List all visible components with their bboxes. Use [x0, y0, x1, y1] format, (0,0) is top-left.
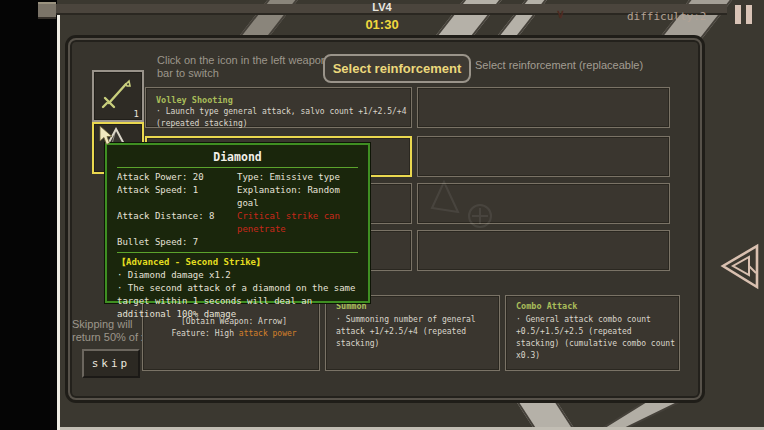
tooltip-title: Diamond: [117, 151, 358, 164]
weapon-slot-sword[interactable]: 1: [92, 70, 144, 122]
triangle-decal: [428, 178, 468, 218]
stat-type: Type: Emissive type: [237, 171, 340, 184]
feature-prefix: Feature: High: [171, 329, 238, 338]
slot-count: 1: [134, 109, 139, 119]
pause-icon: [746, 5, 752, 24]
weapon-tooltip: Diamond Attack Power: 20Type: Emissive t…: [105, 143, 370, 303]
tooltip-advanced-line2: · The second attack of a diamond on the …: [117, 282, 358, 321]
select-reinforcement-note: Select reinforcement (replaceable): [475, 59, 643, 71]
combo-box[interactable]: Combo Attack · General attack combo coun…: [505, 295, 680, 371]
skip-button[interactable]: skip: [82, 349, 140, 378]
volley-desc: · Launch type general attack, salvo coun…: [156, 106, 409, 130]
stat-explanation: Explanation: Random goal: [237, 184, 358, 210]
stat-critical-warning: Critical strike can penetrate: [237, 210, 358, 236]
reinforcement-cell-volley[interactable]: Volley Shooting · Launch type general at…: [145, 87, 412, 128]
feature-text: Feature: High attack power: [143, 328, 319, 340]
pause-button[interactable]: [733, 4, 757, 26]
select-reinforcement-button[interactable]: Select reinforcement: [323, 54, 471, 83]
reinforcement-cell[interactable]: [417, 136, 670, 177]
game-screen: LV4 01:30 ∨ difficulty:2 Click on the ic…: [0, 0, 764, 430]
stat-attack-speed: Attack Speed: 1: [117, 184, 237, 210]
pause-icon: [735, 5, 741, 24]
plus-decal: [466, 202, 494, 230]
volley-title: Volley Shooting: [156, 95, 409, 106]
reinforcement-cell[interactable]: [417, 230, 670, 271]
sword-icon: [94, 72, 138, 116]
tooltip-advanced-line1: · Diamond damage x1.2: [117, 269, 358, 282]
bg-black-strip: [0, 0, 57, 430]
enemy-indicator-chevron: ∨: [556, 7, 565, 21]
stat-attack-distance: Attack Distance: 8: [117, 210, 237, 236]
combo-desc: · General attack combo count +0.5/+1.5/+…: [506, 312, 679, 362]
nav-arrow-icon[interactable]: [716, 242, 762, 294]
feature-highlight: attack power: [239, 329, 297, 338]
tooltip-divider: [117, 252, 358, 253]
difficulty-label: difficulty:2: [627, 10, 706, 23]
stat-attack-power: Attack Power: 20: [117, 171, 237, 184]
combo-title: Combo Attack: [506, 296, 679, 312]
divider-line: [57, 12, 60, 430]
reinforcement-cell[interactable]: [417, 87, 670, 128]
tooltip-advanced-title: 【Advanced - Second Strike】: [117, 256, 358, 269]
tooltip-divider: [117, 167, 358, 168]
stat-bullet-speed: Bullet Speed: 7: [117, 236, 237, 249]
cursor-icon: [99, 126, 117, 146]
instruction-text: Click on the icon in the left weapon bar…: [157, 54, 335, 80]
